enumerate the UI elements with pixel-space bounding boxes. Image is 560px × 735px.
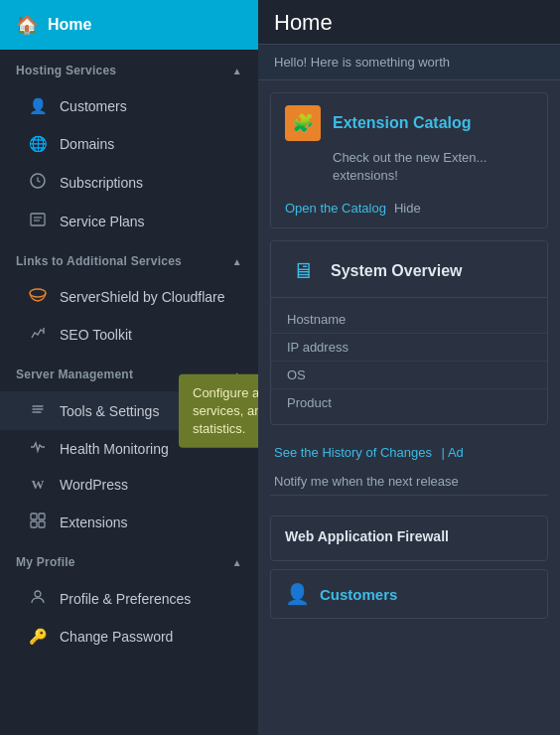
waf-card: Web Application Firewall (270, 515, 548, 561)
os-label: OS (287, 368, 396, 382)
system-overview-card: 🖥 System Overview Hostname IP address OS… (270, 240, 548, 425)
sidebar-item-domains-label: Domains (60, 136, 114, 152)
customers-card-title: Customers (320, 586, 397, 603)
catalog-card: 🧩 Extension Catalog Check out the new Ex… (270, 92, 548, 228)
os-row: OS (271, 362, 547, 389)
chevron-links-icon: ▲ (232, 256, 242, 267)
customers-card-icon: 👤 (285, 582, 310, 606)
open-catalog-button[interactable]: Open the Catalog (285, 201, 386, 216)
sidebar-item-subscriptions-label: Subscriptions (60, 175, 143, 191)
catalog-card-header: 🧩 Extension Catalog (271, 93, 547, 149)
product-row: Product (271, 389, 547, 416)
seo-toolkit-icon (28, 325, 48, 344)
chevron-server-icon: ▲ (232, 369, 242, 380)
section-hosting-services[interactable]: Hosting Services ▲ (0, 50, 258, 87)
sidebar-item-seo-toolkit-label: SEO Toolkit (60, 327, 132, 343)
sidebar-item-profile-preferences-label: Profile & Preferences (60, 591, 191, 607)
sidebar-item-servershield[interactable]: ServerShield by Cloudflare (0, 278, 258, 315)
sidebar-item-service-plans-label: Service Plans (60, 214, 145, 229)
nav-home[interactable]: 🏠 Home (0, 0, 258, 50)
catalog-description: Check out the new Exten... extensions! (271, 149, 547, 193)
waf-title: Web Application Firewall (285, 528, 533, 544)
sidebar-item-extensions-label: Extensions (60, 514, 127, 530)
svg-point-4 (30, 289, 46, 297)
sidebar-item-extensions[interactable]: Extensions (0, 503, 258, 541)
sidebar-item-health-monitoring[interactable]: Health Monitoring (0, 430, 258, 467)
servershield-icon (28, 288, 48, 305)
sidebar-item-change-password[interactable]: 🔑 Change Password (0, 618, 258, 656)
tools-settings-icon (28, 401, 48, 420)
sidebar-item-customers[interactable]: 👤 Customers (0, 87, 258, 125)
sidebar-item-servershield-label: ServerShield by Cloudflare (60, 289, 225, 305)
sidebar: 🏠 Home Hosting Services ▲ 👤 Customers 🌐 … (0, 0, 258, 735)
section-links-additional[interactable]: Links to Additional Services ▲ (0, 240, 258, 278)
sidebar-item-tools-settings-label: Tools & Settings (60, 403, 159, 419)
customers-icon: 👤 (28, 97, 48, 115)
sidebar-item-change-password-label: Change Password (60, 629, 173, 645)
service-plans-icon (28, 212, 48, 230)
catalog-title: Extension Catalog (333, 114, 472, 132)
notify-row: Notify me when the next release (270, 468, 548, 496)
sidebar-item-tools-settings[interactable]: Tools & Settings Configure and manage sy… (0, 391, 258, 430)
home-icon: 🏠 (16, 14, 38, 36)
notice-bar: Hello! Here is something worth (258, 45, 560, 80)
sidebar-item-subscriptions[interactable]: Subscriptions (0, 163, 258, 202)
ip-address-row: IP address (271, 334, 547, 362)
extensions-icon (28, 513, 48, 531)
health-monitoring-icon (28, 440, 48, 457)
section-hosting-services-label: Hosting Services (16, 64, 116, 77)
history-changes-link[interactable]: See the History of Changes (274, 445, 432, 460)
subscriptions-icon (28, 173, 48, 192)
svg-rect-6 (31, 514, 37, 519)
svg-rect-7 (39, 514, 45, 519)
main-bottom: See the History of Changes | Ad Notify m… (258, 437, 560, 508)
product-label: Product (287, 395, 396, 410)
sidebar-item-health-monitoring-label: Health Monitoring (60, 441, 169, 457)
additional-link[interactable]: Ad (448, 445, 464, 460)
notice-text: Hello! Here is something worth (274, 55, 450, 70)
main-content: Home Hello! Here is something worth 🧩 Ex… (258, 0, 560, 735)
wordpress-icon: W (28, 477, 48, 493)
catalog-actions: Open the Catalog Hide (271, 193, 547, 227)
sidebar-item-domains[interactable]: 🌐 Domains (0, 125, 258, 163)
page-title-bar: Home (258, 0, 560, 45)
svg-rect-1 (31, 214, 45, 225)
profile-preferences-icon (28, 589, 48, 608)
monitor-icon: 🖥 (285, 253, 321, 289)
sidebar-item-customers-label: Customers (60, 98, 127, 114)
section-server-label: Server Management (16, 368, 133, 381)
hostname-label: Hostname (287, 312, 396, 327)
sidebar-item-profile-preferences[interactable]: Profile & Preferences (0, 579, 258, 618)
changes-row: See the History of Changes | Ad (270, 437, 548, 468)
catalog-icon: 🧩 (285, 105, 321, 141)
customers-card[interactable]: 👤 Customers (270, 569, 548, 619)
chevron-hosting-icon: ▲ (232, 66, 242, 76)
system-overview-title: System Overview (331, 262, 463, 280)
section-server-management[interactable]: Server Management ▲ (0, 354, 258, 391)
page-title: Home (274, 10, 544, 36)
chevron-profile-icon: ▲ (232, 557, 242, 568)
section-links-label: Links to Additional Services (16, 254, 182, 268)
changes-separator: | (442, 445, 448, 460)
home-label: Home (48, 16, 91, 34)
svg-rect-9 (39, 521, 45, 527)
section-my-profile-label: My Profile (16, 555, 75, 569)
system-info-table: Hostname IP address OS Product (271, 298, 547, 424)
section-my-profile[interactable]: My Profile ▲ (0, 541, 258, 579)
ip-address-label: IP address (287, 340, 396, 355)
change-password-icon: 🔑 (28, 628, 48, 646)
domains-icon: 🌐 (28, 135, 48, 153)
sidebar-item-wordpress[interactable]: W WordPress (0, 467, 258, 503)
svg-rect-8 (31, 521, 37, 527)
system-overview-header: 🖥 System Overview (271, 241, 547, 298)
svg-point-10 (35, 591, 41, 597)
sidebar-item-wordpress-label: WordPress (60, 477, 128, 493)
sidebar-item-seo-toolkit[interactable]: SEO Toolkit (0, 315, 258, 354)
hide-catalog-button[interactable]: Hide (394, 201, 421, 216)
sidebar-item-service-plans[interactable]: Service Plans (0, 202, 258, 240)
hostname-row: Hostname (271, 306, 547, 334)
